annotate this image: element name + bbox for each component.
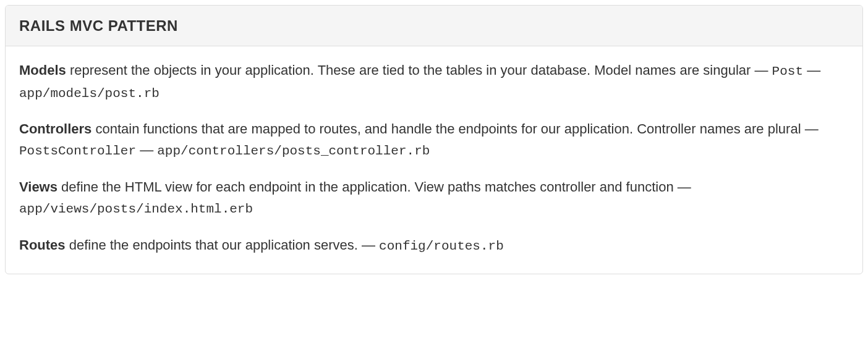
section-label: Routes	[19, 237, 66, 253]
code-snippet: PostsController	[19, 144, 136, 158]
separator: —	[803, 62, 820, 78]
code-snippet: app/views/posts/index.html.erb	[19, 202, 253, 216]
section-models: Models represent the objects in your app…	[19, 60, 849, 104]
panel-body: Models represent the objects in your app…	[6, 46, 862, 274]
code-snippet: app/models/post.rb	[19, 86, 160, 101]
code-snippet: Post	[772, 64, 803, 78]
section-label: Views	[19, 179, 57, 195]
section-label: Models	[19, 62, 66, 78]
section-controllers: Controllers contain functions that are m…	[19, 119, 849, 162]
section-desc: define the endpoints that our applicatio…	[66, 237, 380, 253]
section-label: Controllers	[19, 121, 91, 137]
section-desc: contain functions that are mapped to rou…	[91, 121, 818, 137]
panel-title: RAILS MVC PATTERN	[19, 14, 849, 37]
code-snippet: config/routes.rb	[379, 239, 504, 253]
separator: —	[136, 142, 157, 158]
section-desc: define the HTML view for each endpoint i…	[57, 179, 691, 195]
panel-header: RAILS MVC PATTERN	[6, 6, 862, 46]
section-views: Views define the HTML view for each endp…	[19, 177, 849, 220]
info-panel: RAILS MVC PATTERN Models represent the o…	[5, 5, 863, 274]
section-desc: represent the objects in your applicatio…	[66, 62, 772, 78]
code-snippet: app/controllers/posts_controller.rb	[157, 144, 430, 158]
section-routes: Routes define the endpoints that our app…	[19, 235, 849, 257]
